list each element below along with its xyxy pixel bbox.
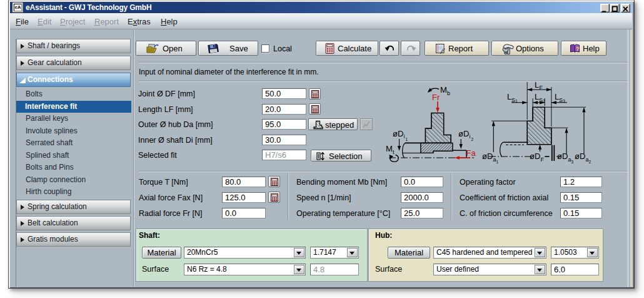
svg-text:2: 2 — [589, 160, 591, 164]
svg-text:øD: øD — [557, 152, 568, 161]
svg-text:3: 3 — [563, 99, 565, 103]
svg-text:i: i — [404, 133, 405, 140]
svg-text:Fr: Fr — [432, 93, 440, 102]
svg-text:M: M — [440, 85, 447, 95]
svg-text:t: t — [393, 149, 395, 155]
svg-text:øD: øD — [393, 129, 403, 138]
svg-text:b: b — [447, 90, 450, 96]
svg-text:F: F — [540, 85, 543, 91]
svg-text:M: M — [386, 144, 393, 153]
svg-text:øD: øD — [482, 152, 493, 161]
svg-text:F: F — [541, 157, 545, 163]
svg-text:Fa: Fa — [466, 148, 476, 158]
svg-text:2: 2 — [471, 137, 474, 141]
svg-text:2: 2 — [543, 99, 545, 103]
svg-text:øD: øD — [530, 152, 540, 161]
svg-text:1: 1 — [406, 137, 408, 141]
svg-text:1: 1 — [515, 99, 518, 103]
svg-text:øD: øD — [458, 129, 469, 138]
svg-text:i: i — [470, 133, 471, 140]
svg-text:øD: øD — [575, 152, 585, 161]
svg-text:L: L — [535, 81, 539, 90]
svg-text:1: 1 — [496, 160, 499, 164]
svg-text:?: ? — [576, 46, 580, 52]
svg-text:3: 3 — [571, 160, 574, 164]
